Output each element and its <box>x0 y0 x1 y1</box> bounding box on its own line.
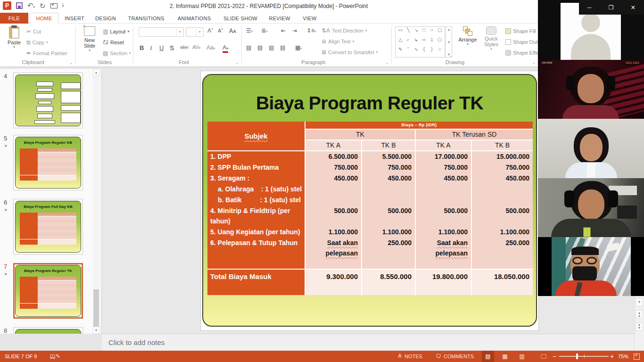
participant-video-man-headphones[interactable] <box>538 178 644 237</box>
zoom-level[interactable]: 75% <box>618 351 628 362</box>
line-spacing-button[interactable]: ⇕≡▾ <box>306 27 316 34</box>
arrow-shape-icon[interactable]: ↘ <box>412 27 420 37</box>
next-slide-button[interactable]: ▼▼ <box>636 322 643 331</box>
strikethrough-button[interactable]: abc <box>180 44 189 50</box>
change-case-button[interactable]: Aa▾ <box>206 44 215 51</box>
scroll-down-icon[interactable]: ▼ <box>636 298 643 306</box>
font-dialog-launcher-icon[interactable]: ⌟ <box>236 60 240 65</box>
shapes-scroll-up-icon[interactable]: ▲ <box>447 28 451 31</box>
slideshow-view-button[interactable]: 🖵 <box>537 351 550 362</box>
align-right-icon[interactable]: ▤ <box>269 44 274 51</box>
fit-slide-to-window-button[interactable] <box>634 351 640 362</box>
font-size-combo[interactable]: ▾ <box>186 27 204 37</box>
thumbnail-slide-8[interactable]: Biaya Program Full Day TK <box>13 327 83 334</box>
shapes-gallery-scroll[interactable]: ▲▼▼̲ <box>446 26 452 58</box>
textbox-shape-icon[interactable]: ▭ <box>396 27 405 37</box>
font-color-button[interactable]: A▾ <box>223 44 228 53</box>
italic-button[interactable]: I <box>150 44 152 52</box>
paragraph-dialog-launcher-icon[interactable]: ⌟ <box>386 60 390 65</box>
increase-indent-icon[interactable]: ⇥ <box>292 27 297 34</box>
rectangle-shape-icon[interactable]: □ <box>420 27 428 37</box>
normal-view-button[interactable]: ▤ <box>482 351 494 362</box>
align-center-icon[interactable]: ▤ <box>257 44 263 51</box>
thumbnail-slide-6[interactable]: Biaya Program Full Day KB <box>13 199 83 255</box>
zoom-slider-thumb[interactable] <box>576 354 578 359</box>
thumbnails-scrollbar[interactable]: ▲ ▼ <box>93 69 99 334</box>
shapes-scroll-down-icon[interactable]: ▼ <box>447 41 451 44</box>
scroll-down-icon[interactable]: ▼ <box>93 327 99 334</box>
paste-button[interactable]: Paste▾ <box>4 26 25 59</box>
columns-button[interactable]: ▦▾ <box>295 44 302 51</box>
numbering-button[interactable]: ≣▾ <box>261 27 268 34</box>
left-brace-shape-icon[interactable]: { <box>420 47 428 57</box>
oval-shape-icon[interactable]: ○ <box>428 27 436 37</box>
quick-styles-button[interactable]: Quick Styles▾ <box>480 26 503 59</box>
tab-file[interactable]: FILE <box>0 13 28 24</box>
arc-shape-icon[interactable]: ⌒ <box>405 47 413 57</box>
tab-home[interactable]: HOME <box>30 13 58 24</box>
drawing-dialog-launcher-icon[interactable]: ⌟ <box>533 60 537 65</box>
tab-animations[interactable]: ANIMATIONS <box>172 13 217 24</box>
down-arrow-shape-icon[interactable]: ⇩ <box>428 37 436 47</box>
reset-button[interactable]: 🗘Reset <box>103 39 124 46</box>
zoom-in-button[interactable]: + <box>610 351 614 362</box>
notes-toggle[interactable]: ≜NOTES <box>397 351 422 362</box>
slide-sorter-view-button[interactable]: ▦ <box>499 351 511 362</box>
curve-shape-icon[interactable]: ∿ <box>412 47 420 57</box>
text-direction-button[interactable]: ⇅AText Direction▾ <box>322 27 367 34</box>
triangle-shape-icon[interactable]: △ <box>396 37 405 47</box>
arrange-button[interactable]: Arrange▾ <box>456 26 479 59</box>
minimize-icon[interactable]: ─ <box>587 4 592 11</box>
decrease-indent-icon[interactable]: ⇤ <box>281 27 286 34</box>
fee-table[interactable]: Subjek Biaya – Rp (IDR) TK TK Terusan SD… <box>207 122 533 295</box>
layout-button[interactable]: ▥Layout▾ <box>103 28 129 35</box>
font-size-dropdown-icon[interactable]: ▾ <box>196 28 203 36</box>
participant-video-man-mask[interactable] <box>538 237 644 296</box>
reading-view-button[interactable]: ▥ <box>516 351 528 362</box>
tab-view[interactable]: VIEW <box>297 13 322 24</box>
shapes-more-icon[interactable]: ▼̲ <box>447 53 451 56</box>
bullets-button[interactable]: ☰▾ <box>246 27 253 34</box>
right-brace-shape-icon[interactable]: } <box>428 47 436 57</box>
tab-review[interactable]: REVIEW <box>264 13 295 24</box>
elbow-shape-icon[interactable]: ⌐ <box>405 37 413 47</box>
format-painter-button[interactable]: ✒Format Painter <box>26 50 67 57</box>
shrink-font-button[interactable]: A˅ <box>218 27 223 33</box>
pentagon-shape-icon[interactable]: ⬠ <box>436 37 444 47</box>
align-text-button[interactable]: ⊜Align Text▾ <box>322 38 354 45</box>
star-shape-icon[interactable]: ☆ <box>436 47 444 57</box>
slide-indicator[interactable]: SLIDE 7 OF 9 <box>5 351 37 362</box>
scribble-shape-icon[interactable]: ✎ <box>396 47 405 57</box>
slide[interactable]: Biaya Program Reguler TK Subjek Biaya – … <box>202 74 537 327</box>
scroll-up-icon[interactable]: ▲ <box>93 69 99 76</box>
notes-placeholder[interactable]: Click to add notes <box>108 338 165 346</box>
zoom-out-button[interactable]: − <box>553 351 556 362</box>
participant-video-woman-lightshirt[interactable] <box>538 119 644 178</box>
align-left-icon[interactable]: ▤ <box>246 44 251 51</box>
slide-page[interactable]: Biaya Program Reguler TK Subjek Biaya – … <box>200 71 539 331</box>
font-name-dropdown-icon[interactable]: ▾ <box>176 28 183 36</box>
grow-font-button[interactable]: A˄ <box>207 27 213 34</box>
underline-button[interactable]: U <box>159 44 164 51</box>
clipboard-dialog-launcher-icon[interactable]: ⌟ <box>70 60 74 65</box>
right-arrow-shape-icon[interactable]: ⇨ <box>420 37 428 47</box>
line-shape-icon[interactable]: ╲ <box>405 27 413 37</box>
new-slide-button[interactable]: New Slide▾ <box>79 26 100 59</box>
participant-video-woman-headset[interactable]: INFORM 2021-2022 <box>538 60 644 119</box>
thumbnail-slide-7-selected[interactable]: Biaya Program Reguler TK <box>13 263 83 319</box>
cut-button[interactable]: ✂Cut <box>26 28 41 35</box>
thumbnail-slide-5[interactable]: Biaya Program Reguler KB <box>13 135 83 190</box>
tab-slideshow[interactable]: SLIDE SHOW <box>219 13 262 24</box>
elbow-arrow-shape-icon[interactable]: ↳ <box>412 37 420 47</box>
tab-insert[interactable]: INSERT <box>60 13 89 24</box>
shape-fill-button[interactable]: Shape Fill▾ <box>505 28 539 34</box>
shape-outline-button[interactable]: Shape Out <box>505 39 538 45</box>
bold-button[interactable]: B <box>140 44 144 51</box>
rounded-rect-shape-icon[interactable]: ▢ <box>436 27 444 37</box>
convert-smartart-button[interactable]: ⊞Convert to SmartArt▾ <box>322 49 378 56</box>
clear-formatting-button[interactable]: 🗛 <box>229 27 236 35</box>
spell-check-icon[interactable]: 🕮✎ <box>50 351 60 362</box>
font-name-combo[interactable]: ▾ <box>139 27 184 37</box>
slide-title[interactable]: Biaya Program Reguler TK <box>203 93 536 114</box>
shapes-gallery[interactable]: ▭ ╲ ↘ □ ○ ▢ △ ⌐ ↳ ⇨ ⇩ ⬠ ✎ ⌒ ∿ { } ☆ <box>395 26 445 58</box>
